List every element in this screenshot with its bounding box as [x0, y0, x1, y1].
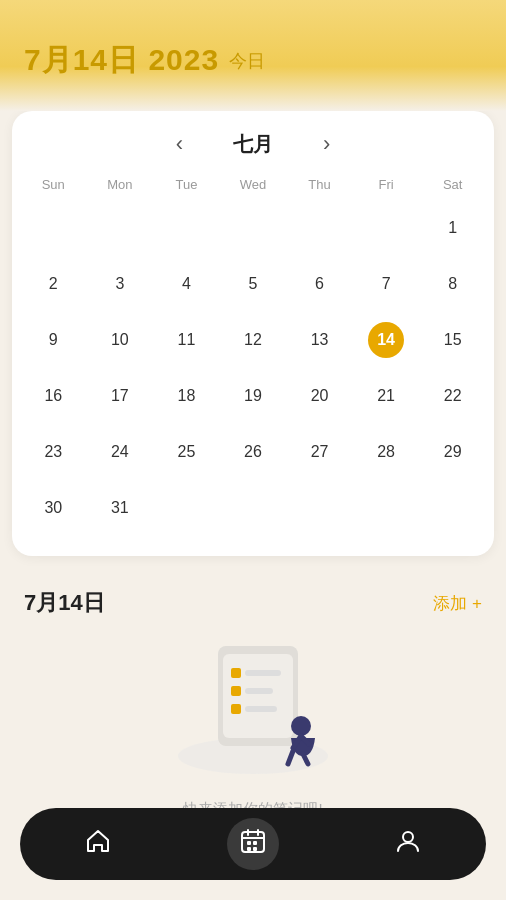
add-note-button[interactable]: 添加 + — [433, 592, 482, 615]
svg-rect-17 — [253, 847, 257, 851]
svg-rect-4 — [245, 670, 281, 676]
svg-rect-7 — [231, 704, 241, 714]
calendar-day[interactable]: 28 — [353, 424, 420, 480]
calendar-day — [220, 200, 287, 256]
svg-rect-16 — [247, 847, 251, 851]
calendar-day — [286, 480, 353, 536]
calendar-day — [20, 200, 87, 256]
calendar-day[interactable]: 23 — [20, 424, 87, 480]
svg-rect-6 — [245, 688, 273, 694]
dow-cell-thu: Thu — [286, 171, 353, 198]
dow-row: SunMonTueWedThuFriSat — [20, 171, 486, 198]
calendar-day — [87, 200, 154, 256]
calendar-day[interactable]: 20 — [286, 368, 353, 424]
calendar-day[interactable]: 9 — [20, 312, 87, 368]
calendar-day — [353, 200, 420, 256]
calendar-day[interactable]: 19 — [220, 368, 287, 424]
calendar-card: ‹ 七月 › SunMonTueWedThuFriSat 12345678910… — [12, 111, 494, 556]
nav-profile-button[interactable] — [382, 818, 434, 870]
svg-point-9 — [291, 716, 311, 736]
calendar-day[interactable]: 30 — [20, 480, 87, 536]
next-month-button[interactable]: › — [313, 127, 340, 161]
calendar-day[interactable]: 8 — [419, 256, 486, 312]
calendar-day[interactable]: 24 — [87, 424, 154, 480]
home-icon — [84, 827, 112, 862]
calendar-icon — [239, 827, 267, 862]
calendar-today[interactable]: 14 — [353, 312, 420, 368]
day-section: 7月14日 添加 + — [0, 572, 506, 626]
header: 7月14日 2023 今日 — [0, 0, 506, 111]
empty-state-text: 快来添加你的笔记吧! — [183, 800, 322, 808]
calendar-day[interactable]: 2 — [20, 256, 87, 312]
empty-state: 快来添加你的笔记吧! — [0, 626, 506, 808]
calendar-day[interactable]: 27 — [286, 424, 353, 480]
main-content: ‹ 七月 › SunMonTueWedThuFriSat 12345678910… — [0, 111, 506, 808]
nav-home-button[interactable] — [72, 818, 124, 870]
empty-illustration — [163, 626, 343, 786]
calendar-day[interactable]: 26 — [220, 424, 287, 480]
dow-cell-tue: Tue — [153, 171, 220, 198]
svg-rect-14 — [247, 841, 251, 845]
calendar-day — [153, 200, 220, 256]
calendar-day[interactable]: 6 — [286, 256, 353, 312]
calendar-day[interactable]: 12 — [220, 312, 287, 368]
calendar-day[interactable]: 13 — [286, 312, 353, 368]
calendar-day — [153, 480, 220, 536]
calendar-day[interactable]: 22 — [419, 368, 486, 424]
nav-calendar-button[interactable] — [227, 818, 279, 870]
calendar-day — [286, 200, 353, 256]
calendar-day[interactable]: 4 — [153, 256, 220, 312]
calendar-day[interactable]: 15 — [419, 312, 486, 368]
calendar-day[interactable]: 3 — [87, 256, 154, 312]
svg-rect-5 — [231, 686, 241, 696]
dow-cell-sat: Sat — [419, 171, 486, 198]
calendar-day — [353, 480, 420, 536]
calendar-day[interactable]: 21 — [353, 368, 420, 424]
calendar-day[interactable]: 18 — [153, 368, 220, 424]
calendar-day[interactable]: 11 — [153, 312, 220, 368]
dow-cell-wed: Wed — [220, 171, 287, 198]
calendar-day — [220, 480, 287, 536]
header-date: 7月14日 2023 — [24, 40, 219, 81]
calendar-day — [419, 480, 486, 536]
header-today: 今日 — [229, 49, 265, 73]
calendar-day[interactable]: 17 — [87, 368, 154, 424]
month-nav: ‹ 七月 › — [20, 127, 486, 161]
profile-icon — [394, 827, 422, 862]
calendar-day[interactable]: 1 — [419, 200, 486, 256]
calendar-day[interactable]: 31 — [87, 480, 154, 536]
svg-rect-15 — [253, 841, 257, 845]
prev-month-button[interactable]: ‹ — [166, 127, 193, 161]
calendar-day[interactable]: 5 — [220, 256, 287, 312]
calendar-day[interactable]: 10 — [87, 312, 154, 368]
calendar-day[interactable]: 29 — [419, 424, 486, 480]
svg-rect-3 — [231, 668, 241, 678]
dow-cell-sun: Sun — [20, 171, 87, 198]
bottom-nav — [20, 808, 486, 880]
calendar-grid: 1234567891011121314151617181920212223242… — [20, 200, 486, 536]
calendar-day[interactable]: 7 — [353, 256, 420, 312]
calendar-day[interactable]: 16 — [20, 368, 87, 424]
month-title: 七月 — [233, 131, 273, 158]
dow-cell-fri: Fri — [353, 171, 420, 198]
svg-point-18 — [403, 832, 413, 842]
day-section-title: 7月14日 — [24, 588, 105, 618]
calendar-day[interactable]: 25 — [153, 424, 220, 480]
dow-cell-mon: Mon — [87, 171, 154, 198]
svg-rect-8 — [245, 706, 277, 712]
